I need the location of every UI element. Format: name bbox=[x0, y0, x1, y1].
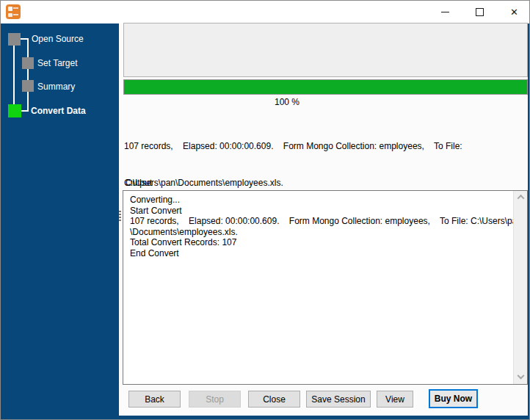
splitter-grip[interactable] bbox=[119, 211, 121, 222]
chevron-up-icon bbox=[518, 195, 525, 202]
output-log-text[interactable]: Converting... Start Convert 107 records,… bbox=[123, 191, 513, 384]
sidebar-item-summary: Summary bbox=[37, 82, 75, 92]
output-label: Output bbox=[126, 178, 152, 188]
app-icon[interactable] bbox=[6, 4, 21, 19]
chevron-down-icon bbox=[518, 372, 525, 380]
app-icon-glyph bbox=[13, 14, 18, 15]
output-scrollbar[interactable] bbox=[513, 191, 527, 384]
sidebar-item-open-source: Open Source bbox=[32, 34, 84, 44]
step-connector-line bbox=[21, 38, 29, 40]
stop-button: Stop bbox=[189, 391, 241, 408]
minimize-icon bbox=[441, 12, 449, 12]
output-line: Converting... bbox=[130, 195, 510, 206]
status-line: C:\Users\pan\Documents\employees.xls. bbox=[124, 177, 526, 189]
close-button[interactable]: ✕ bbox=[498, 1, 530, 23]
window-bottom-border bbox=[1, 416, 530, 420]
progress-percent-label: 100 % bbox=[123, 97, 451, 107]
progress-bar-fill bbox=[124, 80, 527, 94]
app-icon-glyph bbox=[8, 13, 12, 17]
titlebar[interactable]: ✕ bbox=[1, 1, 530, 23]
status-line: 107 records, Elapsed: 00:00:00.609. Form… bbox=[124, 140, 526, 153]
top-panel bbox=[123, 23, 528, 77]
progress-bar bbox=[123, 79, 528, 95]
step-indicator-open-source bbox=[8, 33, 21, 46]
output-line: \Documents\employees.xls. bbox=[130, 227, 510, 238]
output-line: 107 records, Elapsed: 00:00:00.609. Form… bbox=[130, 216, 510, 227]
output-line: Total Convert Records: 107 bbox=[130, 237, 510, 248]
minimize-button[interactable] bbox=[429, 1, 462, 23]
maximize-icon bbox=[476, 8, 484, 16]
maximize-button[interactable] bbox=[463, 1, 496, 23]
save-session-button[interactable]: Save Session bbox=[306, 391, 371, 408]
app-window: ✕ Open Source Set Target Summary Convert… bbox=[0, 0, 530, 420]
output-log-box[interactable]: Converting... Start Convert 107 records,… bbox=[123, 190, 528, 385]
sidebar-item-convert-data: Convert Data bbox=[31, 106, 86, 116]
close-dialog-button[interactable]: Close bbox=[248, 391, 300, 408]
wizard-sidebar: Open Source Set Target Summary Convert D… bbox=[1, 23, 119, 416]
back-button[interactable]: Back bbox=[128, 391, 181, 408]
close-icon: ✕ bbox=[510, 7, 518, 18]
step-connector-line bbox=[13, 45, 15, 105]
app-icon-glyph bbox=[8, 7, 12, 11]
step-indicator-set-target bbox=[22, 57, 34, 69]
output-line: End Convert bbox=[130, 248, 510, 259]
step-indicator-convert-data bbox=[8, 104, 21, 117]
buy-now-button[interactable]: Buy Now bbox=[429, 389, 478, 408]
view-button[interactable]: View bbox=[377, 391, 413, 408]
step-connector-line bbox=[21, 110, 29, 112]
step-indicator-summary bbox=[22, 80, 34, 92]
scroll-up-button[interactable] bbox=[514, 191, 528, 203]
step-connector-line bbox=[27, 38, 29, 111]
app-icon-glyph bbox=[13, 7, 18, 9]
output-line: Start Convert bbox=[130, 206, 510, 217]
sidebar-item-set-target: Set Target bbox=[37, 58, 77, 68]
scroll-down-button[interactable] bbox=[514, 372, 528, 384]
